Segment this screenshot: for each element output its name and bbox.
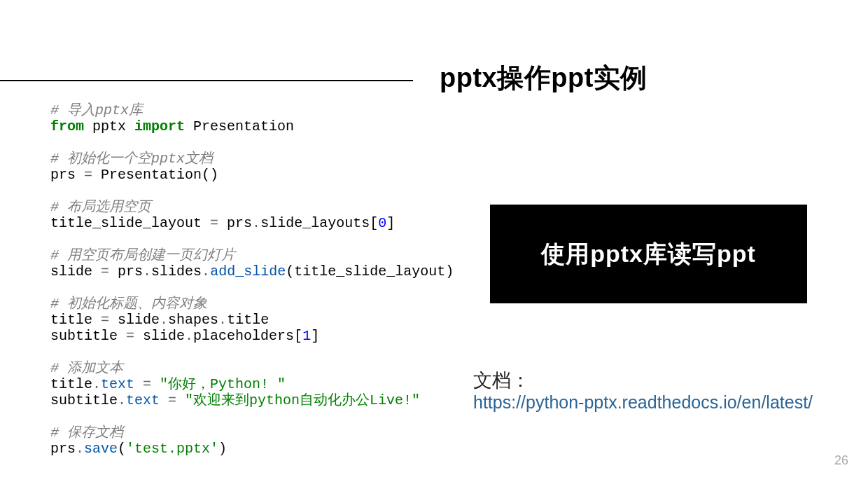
code-keyword: import bbox=[134, 118, 185, 135]
code-comment: # 保存文档 bbox=[50, 425, 123, 441]
code-op: = bbox=[101, 263, 109, 280]
code-text: placeholders[ bbox=[193, 328, 302, 344]
code-op: . bbox=[92, 376, 101, 392]
code-text: slides bbox=[151, 263, 202, 280]
doc-link[interactable]: https://python-pptx.readthedocs.io/en/la… bbox=[473, 392, 813, 413]
slide-title: pptx操作ppt实例 bbox=[440, 60, 648, 96]
code-comment: # 布局选用空页 bbox=[50, 199, 151, 215]
code-op: . bbox=[76, 441, 84, 457]
code-text: subtitle bbox=[50, 392, 118, 408]
code-op: = bbox=[126, 328, 134, 344]
code-text: prs bbox=[118, 263, 143, 280]
code-op: = bbox=[143, 376, 151, 392]
code-op: . bbox=[218, 312, 227, 328]
code-text: title bbox=[227, 312, 269, 328]
code-text: prs bbox=[227, 215, 252, 231]
code-text: title_slide_layout bbox=[50, 215, 202, 231]
code-string: 'test.pptx' bbox=[126, 441, 218, 457]
code-func: add_slide bbox=[210, 263, 286, 280]
code-text: prs bbox=[50, 167, 76, 183]
code-text: (title_slide_layout) bbox=[286, 263, 454, 280]
code-text: slide bbox=[143, 328, 185, 344]
code-attr: text bbox=[101, 376, 134, 392]
code-text: title bbox=[50, 376, 92, 392]
code-string: "欢迎来到python自动化办公Live!" bbox=[185, 392, 420, 408]
code-text: Presentation bbox=[193, 118, 294, 135]
code-text: prs bbox=[50, 441, 76, 457]
divider-line bbox=[0, 80, 413, 81]
code-num: 0 bbox=[378, 215, 386, 231]
code-text: slide_layouts[ bbox=[260, 215, 378, 231]
code-text: pptx bbox=[92, 118, 126, 135]
page-number: 26 bbox=[834, 453, 848, 468]
highlight-box-text: 使用pptx库读写ppt bbox=[541, 238, 756, 270]
doc-label: 文档： bbox=[473, 368, 530, 393]
code-op: . bbox=[185, 328, 193, 344]
code-text: shapes bbox=[168, 312, 218, 328]
code-text: ) bbox=[218, 441, 227, 457]
slide-container: pptx操作ppt实例 # 导入pptx库 from pptx import P… bbox=[0, 0, 868, 489]
code-attr: text bbox=[126, 392, 160, 408]
code-string: "你好，Python! " bbox=[160, 376, 286, 392]
code-text: slide bbox=[50, 263, 92, 280]
code-comment: # 初始化一个空pptx文档 bbox=[50, 151, 213, 167]
code-op: = bbox=[101, 312, 109, 328]
code-block: # 导入pptx库 from pptx import Presentation … bbox=[50, 102, 454, 457]
highlight-box: 使用pptx库读写ppt bbox=[490, 205, 807, 303]
code-text: title bbox=[50, 312, 92, 328]
code-comment: # 用空页布局创建一页幻灯片 bbox=[50, 247, 235, 263]
code-op: . bbox=[160, 312, 168, 328]
code-text: subtitle bbox=[50, 328, 118, 344]
code-comment: # 初始化标题、内容对象 bbox=[50, 296, 207, 312]
code-op: = bbox=[210, 215, 218, 231]
code-text: ( bbox=[118, 441, 126, 457]
code-op: = bbox=[84, 167, 92, 183]
code-op: . bbox=[143, 263, 151, 280]
code-comment: # 导入pptx库 bbox=[50, 102, 143, 118]
code-func: save bbox=[84, 441, 118, 457]
code-comment: # 添加文本 bbox=[50, 360, 123, 376]
code-op: . bbox=[252, 215, 260, 231]
code-text: ] bbox=[386, 215, 395, 231]
code-op: . bbox=[202, 263, 210, 280]
code-text: ] bbox=[311, 328, 319, 344]
code-op: = bbox=[168, 392, 176, 408]
code-text: Presentation() bbox=[101, 167, 218, 183]
code-keyword: from bbox=[50, 118, 84, 135]
code-op: . bbox=[118, 392, 126, 408]
code-text: slide bbox=[118, 312, 160, 328]
code-num: 1 bbox=[302, 328, 311, 344]
